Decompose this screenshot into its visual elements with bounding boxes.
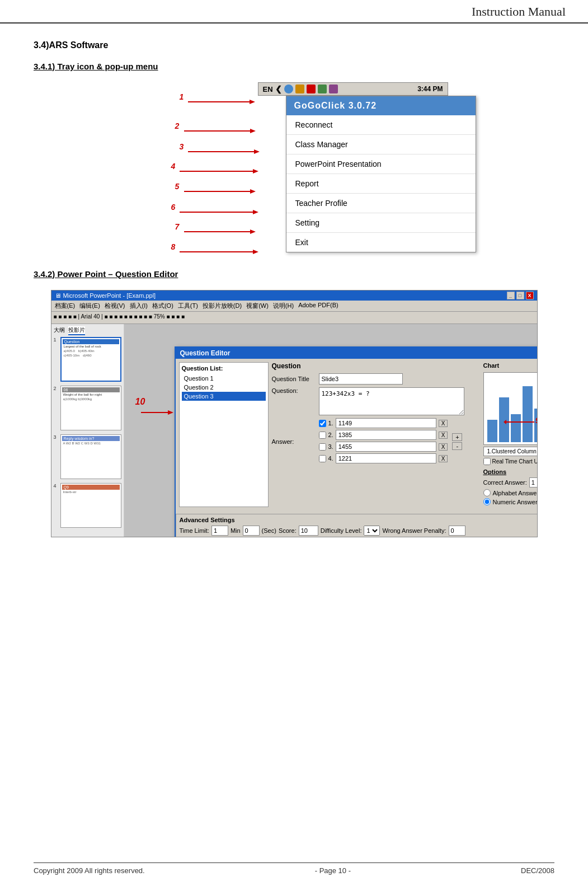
qe-ans3-checkbox[interactable]	[319, 443, 326, 451]
qe-options-title: Options	[483, 468, 538, 475]
qe-realtime-label: Real Time Chart Update	[492, 458, 538, 465]
tray-icon-1	[284, 85, 293, 93]
pp-menu-insert[interactable]: 插入(I)	[130, 302, 148, 310]
question-editor-dialog: Question Editor _ □ X Question List	[175, 346, 538, 537]
arrow-2	[184, 125, 257, 137]
qe-ans3-input[interactable]	[336, 442, 436, 452]
label-5: 5	[175, 182, 180, 191]
qe-score-input[interactable]	[299, 526, 318, 536]
qe-list-title: Question List:	[182, 365, 266, 372]
arrow-5	[184, 186, 257, 197]
pp-outline-tab[interactable]: 大纲	[54, 326, 65, 335]
popup-class-manager[interactable]: Class Manager	[286, 135, 476, 154]
qe-detail-panel: Question Question Title Question: 123+34	[272, 362, 480, 507]
pp-main-area: 10 Question Editor _ □	[124, 324, 537, 537]
popup-setting[interactable]: Setting	[286, 213, 476, 233]
slide-4-num: 4	[54, 483, 59, 489]
tray-screenshot: 1 2 3 4 5 6	[140, 82, 448, 252]
arrow-8	[180, 246, 260, 257]
pp-minimize-btn[interactable]: _	[507, 292, 515, 299]
qe-ans2-checkbox[interactable]	[319, 432, 326, 439]
qe-ans2-delete-btn[interactable]: X	[439, 432, 448, 439]
qe-ans1-input[interactable]	[336, 418, 436, 428]
pp-toolbar-content: ■ ■ ■ ■ ■ | Arial 40 | ■ ■ ■ ■ ■ ■ ■ ■ ■…	[54, 313, 185, 320]
qe-ans3-delete-btn[interactable]: X	[439, 443, 448, 451]
qe-ans4-checkbox[interactable]	[319, 455, 326, 462]
qe-chart-area	[483, 372, 538, 445]
qe-title-input[interactable]	[319, 373, 403, 385]
qe-correct-answer-row: Correct Answer:	[483, 477, 538, 487]
qe-alphabet-label: Alphabet Answer	[493, 490, 538, 496]
qe-numeric-radio[interactable]	[483, 498, 491, 505]
qe-ans1-checkbox[interactable]	[319, 420, 326, 427]
section-341-title: 3.4.1) Tray icon & pop-up menu	[34, 62, 554, 71]
qe-wrong-penalty-label: Wrong Answer Penalty:	[382, 527, 446, 534]
slide-thumb-1[interactable]: Question Largest of the ball of rock a)4…	[60, 337, 121, 382]
qe-correct-answer-input[interactable]	[529, 477, 538, 487]
page-title: Instruction Manual	[22, 4, 566, 19]
section-342-title: 3.4.2) Power Point – Question Editor	[34, 269, 554, 279]
tray-arrow-icon: ❮	[275, 85, 282, 93]
qe-question-textarea[interactable]: 123+342x3 = ?	[319, 387, 464, 415]
qe-ans4-delete-btn[interactable]: X	[439, 455, 448, 462]
svg-marker-9	[250, 189, 256, 194]
svg-marker-5	[254, 149, 260, 154]
pp-slides-tab[interactable]: 投影片	[68, 326, 85, 335]
qe-remove-answer-btn[interactable]: -	[452, 442, 462, 450]
qe-add-answer-btn[interactable]: +	[452, 433, 462, 441]
qe-titlebar: Question Editor _ □ X	[176, 348, 538, 359]
qe-wrong-penalty-input[interactable]	[449, 526, 465, 536]
qe-adv-row: Time Limit: Min (Sec) Score: Difficulty …	[180, 526, 538, 536]
qe-chart-title: Chart	[483, 362, 538, 369]
pp-menu-format[interactable]: 格式(O)	[152, 302, 173, 310]
qe-realtime-checkbox[interactable]	[483, 458, 491, 465]
pp-close-btn[interactable]: X	[526, 292, 534, 299]
qe-ans2-input[interactable]	[336, 430, 436, 440]
popup-reconnect[interactable]: Reconnect	[286, 115, 476, 135]
slide-3-bar: Reply wisdom in?	[62, 436, 120, 441]
qe-ans4-input[interactable]	[336, 453, 436, 463]
pp-menu-window[interactable]: 视窗(W)	[246, 302, 269, 310]
pp-menu-help[interactable]: 说明(H)	[273, 302, 294, 310]
section-342: 3.4.2) Power Point – Question Editor 🖥 M…	[34, 269, 554, 537]
qe-ans1-delete-btn[interactable]: X	[439, 420, 448, 427]
slide-thumb-4[interactable]: Q9 Interb-str	[60, 483, 121, 528]
popup-report[interactable]: Report	[286, 174, 476, 194]
qe-question-section-title: Question	[272, 362, 480, 370]
qe-correct-label: Correct Answer:	[483, 479, 527, 486]
qe-chart-type-select[interactable]: 1.Clustered Column	[483, 447, 538, 456]
svg-marker-15	[253, 250, 258, 254]
slide-thumb-3[interactable]: Reply wisdom in? A W2 B W2 C W3 D W31	[60, 434, 121, 479]
label-1: 1	[180, 92, 184, 101]
qe-list-item-2[interactable]: Question 2	[182, 383, 266, 392]
pp-menu-view[interactable]: 检视(V)	[105, 302, 125, 310]
popup-exit[interactable]: Exit	[286, 233, 476, 252]
pp-menu-slideshow[interactable]: 投影片放映(D)	[203, 302, 242, 310]
qe-alphabet-row: Alphabet Answer	[483, 489, 538, 496]
qe-list-item-1[interactable]: Question 1	[182, 374, 266, 383]
slide-2-text: Weight of the ball for night	[62, 392, 120, 397]
pp-menu-edit[interactable]: 编辑(E)	[79, 302, 100, 310]
qe-ans1-num: 1.	[328, 420, 333, 426]
qe-question-label: Question:	[272, 387, 317, 394]
pp-menu-file[interactable]: 档案(E)	[55, 302, 76, 310]
qe-timelimit-min-input[interactable]	[211, 526, 228, 536]
qe-answers-container: 1. X 2.	[319, 418, 448, 465]
qe-difficulty-select[interactable]: 1	[364, 526, 380, 536]
slide-2-container: 2 06 Weight of the ball for night a)1000…	[54, 386, 121, 433]
qe-list-item-3[interactable]: Question 3	[182, 392, 266, 401]
slide-1-num: 1	[54, 337, 59, 343]
pp-maximize-btn[interactable]: □	[516, 292, 524, 299]
pp-body: 大纲 投影片 1 Question Largest of the ball of…	[51, 324, 537, 537]
pp-menu-pdf[interactable]: Adobe PDF(B)	[298, 302, 338, 310]
slide-1-text1: Largest of the ball of rock	[63, 344, 119, 349]
qe-timelimit-sec-input[interactable]	[243, 526, 260, 536]
popup-teacher-profile[interactable]: Teacher Profile	[286, 194, 476, 213]
popup-powerpoint[interactable]: PowerPoint Presentation	[286, 154, 476, 174]
qe-timelimit-label: Time Limit:	[180, 527, 209, 534]
pp-menu-tools[interactable]: 工具(T)	[178, 302, 198, 310]
qe-alphabet-radio[interactable]	[483, 489, 491, 496]
slide-thumb-2[interactable]: 06 Weight of the ball for night a)1000kg…	[60, 386, 121, 430]
slide-1-bar: Question	[63, 339, 119, 344]
tray-popup-container: EN ❮ 3:44 PM GoGoClick 3.0.72 Reconnect …	[258, 82, 448, 252]
